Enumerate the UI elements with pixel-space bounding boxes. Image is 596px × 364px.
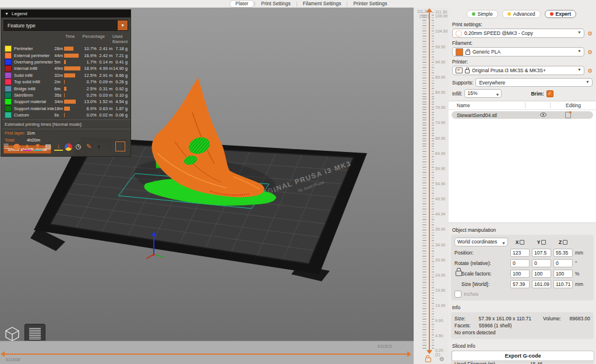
layer-slider-bottom-handle[interactable] [426, 350, 432, 354]
feature-weight: 1.87 g [112, 106, 128, 111]
custom-gcode-icon[interactable]: ✎ [84, 142, 93, 151]
tab-printer-settings[interactable]: Printer Settings [348, 1, 392, 7]
layer-tick-label: 4.90 [435, 334, 443, 338]
mode-advanced[interactable]: Advanced [502, 10, 541, 18]
layer-tick-label: 19.90 [435, 288, 446, 292]
manip-input-z[interactable]: 0 [553, 259, 573, 267]
manip-input-x[interactable]: 57.39 [510, 280, 530, 288]
tab-print-settings[interactable]: Print Settings [256, 1, 296, 7]
layer-slider[interactable] [429, 12, 430, 350]
travels-icon[interactable]: ⬤ [12, 142, 21, 151]
printer-select[interactable]: Original Prusa i3 MK3S & MK3S+ ▼ [452, 66, 584, 75]
print-settings-select[interactable]: 0.20mm SPEED @MK3 - Copy ▼ [452, 29, 584, 38]
manip-input-z[interactable]: 55.35 [553, 249, 573, 257]
tab-plater[interactable]: Plater [230, 0, 254, 8]
axis-spin-icon[interactable] [563, 240, 567, 245]
uniform-scale-lock-icon[interactable] [456, 271, 462, 276]
mode-simple[interactable]: Simple [467, 10, 498, 18]
manip-input-z[interactable]: 100 [553, 270, 573, 278]
object-manipulation-panel: World coordinates ▼ X Y Z Position:12310… [451, 235, 594, 301]
horizontal-move-slider-strip: 611508 611523 [0, 341, 414, 364]
manip-input-z[interactable]: 110.71 [553, 280, 573, 288]
feature-percentage: 2.5% [82, 86, 97, 91]
feature-weight: 4.54 g [112, 99, 128, 104]
manip-input-y[interactable]: 0 [532, 259, 551, 267]
infill-select[interactable]: 15% ▼ [464, 89, 502, 98]
feature-time: 5m [54, 59, 64, 65]
pause-prints-icon[interactable]: ◷ [74, 142, 83, 151]
tool-marker-icon[interactable]: ↓ [54, 142, 63, 151]
axis-spin-icon[interactable] [520, 240, 524, 245]
edit-object-icon[interactable] [565, 112, 571, 118]
move-slider[interactable] [5, 354, 408, 355]
view-type-value: Feature type [8, 23, 36, 29]
printer-gear-icon[interactable]: ⚙ [587, 68, 594, 74]
coordinate-system-select[interactable]: World coordinates ▼ [454, 238, 508, 246]
feature-length: 0.31 m [97, 86, 113, 91]
legend-row: Overhang perimeter5m1.7%0.14 m0.41 g [1, 59, 131, 65]
tab-filament-settings[interactable]: Filament Settings [298, 1, 347, 7]
color-changes-icon[interactable] [65, 143, 72, 151]
wireframe-icon[interactable]: ◇ [105, 142, 114, 151]
deretractions-icon[interactable]: ▼ [33, 142, 42, 151]
legend-header[interactable]: ▼ Legend [1, 10, 131, 17]
slider-left-arrow-icon[interactable] [1, 351, 5, 357]
manip-row-label: Scale factors: [454, 271, 508, 277]
object-list-row[interactable]: StewartSend04.stl [452, 111, 593, 119]
feature-bar-fill [64, 100, 76, 104]
manip-input-y[interactable]: 161.09 [532, 280, 551, 288]
mode-expert[interactable]: Expert [545, 10, 576, 18]
manip-input-y[interactable]: 100 [532, 270, 551, 278]
manip-input-x[interactable]: 0 [510, 259, 530, 267]
filament-select[interactable]: Generic PLA ▼ [452, 47, 584, 56]
slider-right-arrow-icon[interactable] [407, 351, 411, 357]
inches-checkbox[interactable] [454, 291, 461, 298]
pin-icon[interactable]: ↧ [116, 142, 125, 151]
retractions-icon[interactable]: ▲ [23, 142, 31, 151]
feature-label: Custom [14, 112, 54, 118]
layer-slider-top-handle[interactable] [426, 8, 432, 12]
layer-tick-label: 84.90 [435, 90, 446, 94]
manip-input-x[interactable]: 123 [510, 249, 530, 257]
legend-row: Support material interface18m6.9%0.63 m1… [1, 105, 131, 112]
feature-length: 2.41 m [97, 46, 113, 51]
feature-time: 2m [54, 79, 64, 84]
print-settings-gear-icon[interactable]: ⚙ [587, 30, 594, 37]
manip-input-x[interactable]: 100 [510, 270, 530, 278]
slider-lock-icon[interactable] [425, 358, 431, 362]
info-size-label: Size: [454, 316, 478, 321]
filament-gear-icon[interactable]: ⚙ [587, 49, 594, 55]
object-name: StewartSend04.stl [452, 112, 526, 118]
seams-icon[interactable]: ▨ [44, 142, 52, 151]
feature-bar [64, 93, 82, 97]
viewport-3d[interactable]: ORIGINAL PRUSA i3 MK3 by Josef Prusa [0, 8, 414, 341]
preview-view-button[interactable] [24, 324, 45, 341]
brim-checkbox[interactable]: ✓ [546, 90, 553, 97]
feature-length: 0.63 m [97, 106, 113, 111]
feature-percentage: 12.5% [82, 73, 97, 78]
tab-strip: PlaterPrint SettingsFilament SettingsPri… [230, 1, 393, 7]
axis-spin-icon[interactable] [541, 240, 546, 245]
feature-color-chip [5, 79, 12, 85]
print-profile-icon [456, 30, 462, 37]
manip-input-y[interactable]: 107.5 [532, 249, 551, 257]
filament-label: Filament: [449, 38, 596, 47]
manip-unit: ° [575, 260, 584, 266]
export-gcode-button[interactable]: Export G-code [452, 351, 594, 361]
move-slider-min: 611508 [6, 357, 20, 362]
tick-marks-left [422, 12, 426, 349]
dropdown-arrow-icon[interactable]: ▼ [118, 20, 128, 30]
feature-weight: 8.66 g [112, 73, 128, 78]
view-type-select[interactable]: Feature type ▼ [3, 20, 128, 31]
slider-gear-icon[interactable]: ⚙ [439, 356, 445, 362]
visibility-eye-icon[interactable] [526, 112, 560, 118]
3d-view-button[interactable] [2, 324, 22, 341]
shells-icon[interactable]: ◐ [95, 142, 104, 151]
feature-color-chip [5, 105, 12, 112]
feature-bar-fill [64, 60, 66, 64]
move-slider-max: 611523 [378, 344, 392, 349]
layer-stack-icon[interactable]: ☰ [2, 142, 10, 151]
layer-tick-label: 89.90 [435, 75, 446, 79]
column-divider [525, 103, 526, 108]
supports-select[interactable]: Everywhere ▼ [475, 78, 593, 87]
